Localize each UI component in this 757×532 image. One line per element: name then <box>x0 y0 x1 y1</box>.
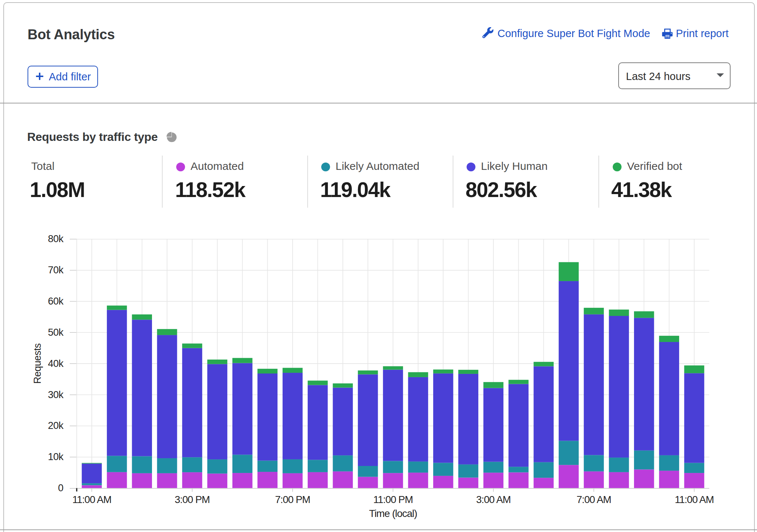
svg-text:20k: 20k <box>48 420 64 431</box>
svg-text:0: 0 <box>58 482 64 493</box>
svg-text:40k: 40k <box>48 358 64 369</box>
svg-text:3:00 PM: 3:00 PM <box>175 494 210 505</box>
svg-text:50k: 50k <box>48 327 64 338</box>
svg-text:Time (local): Time (local) <box>369 508 417 519</box>
svg-text:3:00 AM: 3:00 AM <box>476 494 511 505</box>
svg-text:70k: 70k <box>48 265 64 276</box>
svg-text:11:00 AM: 11:00 AM <box>72 494 111 505</box>
svg-text:11:00 PM: 11:00 PM <box>373 494 413 505</box>
svg-text:10k: 10k <box>48 451 64 462</box>
svg-text:30k: 30k <box>48 389 64 400</box>
svg-text:7:00 AM: 7:00 AM <box>577 494 611 505</box>
svg-text:80k: 80k <box>48 233 64 244</box>
svg-text:60k: 60k <box>48 296 64 307</box>
svg-text:7:00 PM: 7:00 PM <box>275 494 310 505</box>
svg-text:11:00 AM: 11:00 AM <box>675 494 714 505</box>
svg-text:Requests: Requests <box>32 343 43 384</box>
